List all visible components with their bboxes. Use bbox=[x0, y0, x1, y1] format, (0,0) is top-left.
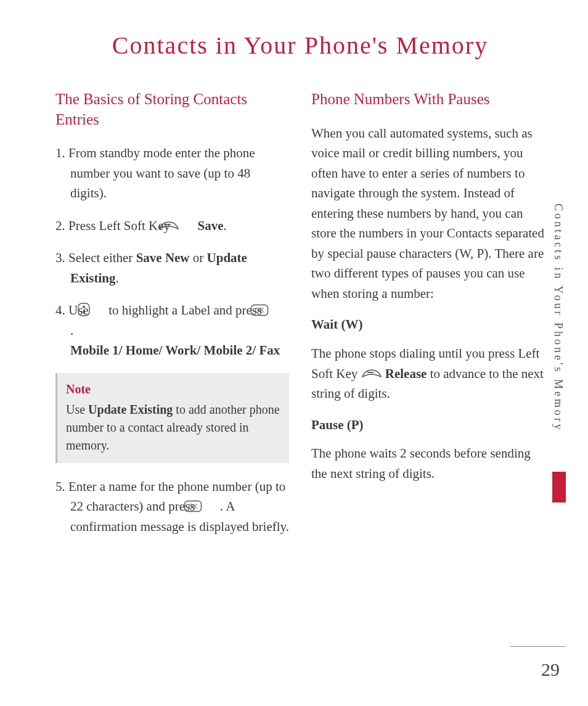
wait-heading: Wait (W) bbox=[311, 314, 545, 335]
step-2-text-c: . bbox=[224, 218, 227, 233]
step-3-savenew: Save New bbox=[136, 250, 190, 265]
step-3: 3. Select either Save New or Update Exis… bbox=[55, 248, 289, 288]
svg-marker-2 bbox=[82, 305, 86, 308]
step-2-text-a: 2. Press Left Soft Key bbox=[55, 218, 173, 233]
step-3-text-c: or bbox=[190, 250, 207, 265]
page-number-rule bbox=[510, 646, 566, 647]
svg-text:OK: OK bbox=[188, 503, 197, 510]
ok-key-icon: OK bbox=[265, 302, 284, 314]
step-5: 5. Enter a name for the phone number (up… bbox=[55, 477, 289, 537]
step-4-labels: Mobile 1/ Home/ Work/ Mobile 2/ Fax bbox=[70, 340, 280, 361]
step-4-text-c: . bbox=[70, 323, 73, 338]
svg-marker-3 bbox=[82, 311, 86, 314]
note-update: Update Existing bbox=[88, 403, 173, 416]
side-tab-label: Contacts in Your Phone's Memory bbox=[552, 203, 565, 432]
note-text-a: Use bbox=[66, 403, 88, 416]
side-accent-bar bbox=[552, 472, 566, 503]
step-2: 2. Press Left Soft Key Save. bbox=[55, 216, 289, 236]
step-4-text-b: to highlight a Label and press bbox=[108, 303, 265, 318]
pause-body: The phone waits 2 seconds before sending… bbox=[311, 443, 545, 483]
pause-heading: Pause (P) bbox=[311, 415, 545, 435]
step-3-text-e: . bbox=[116, 271, 119, 285]
step-3-text-a: 3. Select either bbox=[55, 250, 136, 265]
left-column: The Basics of Storing Contacts Entries 1… bbox=[55, 89, 289, 549]
wait-body: The phone stops dialing until you press … bbox=[311, 343, 545, 404]
left-soft-key-icon bbox=[361, 365, 382, 376]
right-column: Phone Numbers With Pauses When you call … bbox=[311, 89, 545, 549]
svg-text:OK: OK bbox=[255, 307, 264, 314]
heading-basics: The Basics of Storing Contacts Entries bbox=[55, 89, 289, 129]
note-label: Note bbox=[66, 380, 280, 398]
step-2-save: Save bbox=[198, 218, 224, 233]
step-5-text-a: 5. Enter a name for the phone number (up… bbox=[55, 479, 285, 514]
note-box: Note Use Update Existing to add another … bbox=[55, 373, 289, 463]
left-soft-key-icon bbox=[173, 217, 194, 228]
nav-up-down-icon bbox=[92, 302, 105, 317]
heading-pauses: Phone Numbers With Pauses bbox=[311, 89, 545, 110]
two-column-layout: The Basics of Storing Contacts Entries 1… bbox=[55, 89, 545, 549]
ok-key-icon: OK bbox=[198, 498, 217, 511]
pauses-intro: When you call automated systems, such as… bbox=[311, 123, 545, 304]
page-title: Contacts in Your Phone's Memory bbox=[55, 31, 545, 60]
wait-release: Release bbox=[385, 366, 427, 381]
page-number: 29 bbox=[541, 659, 560, 680]
step-1: 1. From standby mode enter the phone num… bbox=[55, 143, 289, 203]
step-4: 4. Use to highlight a Label and press OK… bbox=[55, 300, 289, 361]
